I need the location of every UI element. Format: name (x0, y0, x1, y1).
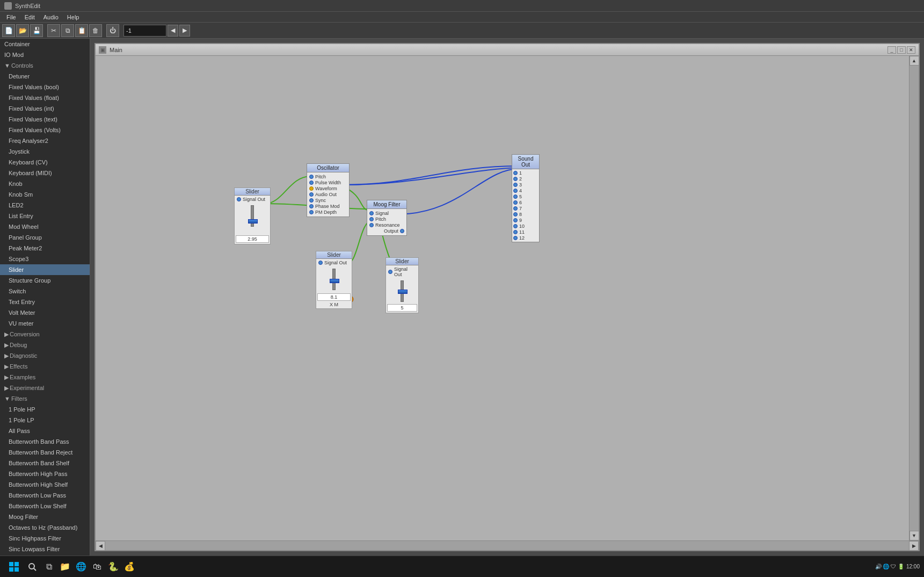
game-button[interactable]: 🐍 (105, 559, 121, 575)
store-button[interactable]: 🛍 (89, 559, 105, 575)
sidebar-item-effects[interactable]: ▶Effects (0, 361, 90, 372)
value-input[interactable] (123, 25, 166, 37)
sidebar-item-fixed-text[interactable]: Fixed Values (text) (0, 114, 90, 125)
sidebar-item-container[interactable]: Container (0, 39, 90, 49)
sidebar-item-peak-meter2[interactable]: Peak Meter2 (0, 243, 90, 254)
menu-audio[interactable]: Audio (39, 13, 63, 21)
sidebar-item-bw-band-reject[interactable]: Butterworth Band Reject (0, 447, 90, 458)
sidebar-item-fixed-bool[interactable]: Fixed Values (bool) (0, 82, 90, 92)
sidebar-item-fixed-float[interactable]: Fixed Values (float) (0, 92, 90, 103)
power-button[interactable]: ⏻ (106, 24, 119, 37)
hscroll-track[interactable] (105, 543, 909, 549)
explorer-button[interactable]: 📁 (57, 559, 73, 575)
paste-button[interactable]: 📋 (75, 24, 88, 37)
sidebar-item-volt-meter[interactable]: Volt Meter (0, 307, 90, 318)
slider2-thumb[interactable] (330, 279, 339, 283)
sidebar-item-slider[interactable]: Slider (0, 264, 90, 275)
inner-canvas[interactable]: Slider Signal Out 2.95 Oscillator (96, 56, 919, 540)
osc-audioout-row: Audio Out (309, 192, 347, 197)
so-dot-3 (513, 183, 518, 187)
edge-button[interactable]: 🌐 (73, 559, 89, 575)
sidebar-item-experimental[interactable]: ▶Experimental (0, 383, 90, 393)
prev-button[interactable]: ◀ (168, 25, 178, 37)
sidebar-item-diagnostic[interactable]: ▶Diagnostic (0, 350, 90, 361)
sidebar-item-debug[interactable]: ▶Debug (0, 340, 90, 350)
sidebar-item-keyboard-midi[interactable]: Keyboard (MIDI) (0, 168, 90, 178)
sidebar-item-bw-band-pass[interactable]: Butterworth Band Pass (0, 436, 90, 447)
sidebar: Container IO Mod ▼Controls Detuner Fixed… (0, 39, 90, 556)
restore-button[interactable]: □ (897, 46, 906, 54)
sound-out-body: 1 2 3 4 5 6 7 8 9 10 11 12 (512, 169, 539, 242)
sidebar-item-panel-group[interactable]: Panel Group (0, 232, 90, 243)
menu-edit[interactable]: Edit (20, 13, 39, 21)
slider3-track-area[interactable] (386, 278, 418, 304)
hscroll-left-button[interactable]: ◀ (96, 541, 105, 551)
sidebar-item-sinc-hp[interactable]: Sinc Highpass Filter (0, 533, 90, 544)
menu-file[interactable]: File (2, 13, 20, 21)
so-8: 8 (513, 212, 538, 217)
taskview-button[interactable]: ⧉ (41, 559, 57, 575)
sidebar-item-vu-meter[interactable]: VU meter (0, 318, 90, 329)
sidebar-item-filters[interactable]: ▼Filters (0, 393, 90, 404)
sidebar-item-mod-wheel[interactable]: Mod Wheel (0, 221, 90, 232)
sidebar-item-knob-sm[interactable]: Knob Sm (0, 189, 90, 200)
sidebar-item-fixed-volts[interactable]: Fixed Values (Volts) (0, 125, 90, 135)
new-button[interactable]: 📄 (2, 24, 15, 37)
search-button[interactable] (24, 558, 41, 575)
sidebar-item-text-entry[interactable]: Text Entry (0, 297, 90, 307)
sidebar-item-conversion[interactable]: ▶Conversion (0, 329, 90, 340)
so-dot-6 (513, 200, 518, 205)
sidebar-item-bw-high-shelf[interactable]: Butterworth High Shelf (0, 479, 90, 490)
slider3-port-row: Signal Out (386, 265, 418, 278)
sidebar-item-iomod[interactable]: IO Mod (0, 49, 90, 60)
sidebar-item-detuner[interactable]: Detuner (0, 71, 90, 82)
sidebar-item-joystick[interactable]: Joystick (0, 146, 90, 157)
sidebar-item-freq-analyser[interactable]: Freq Analyser2 (0, 135, 90, 146)
sidebar-item-octaves-hz[interactable]: Octaves to Hz (Passband) (0, 522, 90, 533)
sidebar-item-bw-low-pass[interactable]: Butterworth Low Pass (0, 490, 90, 501)
slider1-thumb[interactable] (248, 219, 258, 223)
sidebar-item-bw-band-shelf[interactable]: Butterworth Band Shelf (0, 458, 90, 468)
slider3-thumb[interactable] (398, 290, 408, 294)
delete-button[interactable]: 🗑 (89, 24, 102, 37)
sidebar-item-1pole-lp[interactable]: 1 Pole LP (0, 415, 90, 425)
next-button[interactable]: ▶ (179, 25, 190, 37)
sidebar-item-examples[interactable]: ▶Examples (0, 372, 90, 383)
sidebar-item-switch[interactable]: Switch (0, 286, 90, 297)
menu-help[interactable]: Help (63, 13, 84, 21)
moog-resonance-label: Resonance (375, 222, 400, 228)
hscroll-right-button[interactable]: ▶ (909, 541, 919, 551)
sidebar-item-led2[interactable]: LED2 (0, 200, 90, 211)
cut-button[interactable]: ✂ (47, 24, 60, 37)
sidebar-item-1pole-hp[interactable]: 1 Pole HP (0, 404, 90, 415)
sidebar-item-moog-filter[interactable]: Moog Filter (0, 511, 90, 522)
sidebar-item-bw-high-pass[interactable]: Butterworth High Pass (0, 468, 90, 479)
close-button[interactable]: ✕ (907, 46, 915, 54)
slider3-port-label: Signal Out (394, 266, 416, 277)
minimize-button[interactable]: _ (887, 46, 896, 54)
open-button[interactable]: 📂 (16, 24, 29, 37)
sidebar-item-scope3[interactable]: Scope3 (0, 254, 90, 264)
sidebar-item-list-entry[interactable]: List Entry (0, 211, 90, 221)
so-9: 9 (513, 218, 538, 223)
vscroll-down-button[interactable]: ▼ (910, 531, 919, 540)
so-label-7: 7 (519, 206, 522, 211)
slider1-track-area[interactable] (235, 203, 270, 235)
sidebar-item-all-pass[interactable]: All Pass (0, 425, 90, 436)
sidebar-item-controls[interactable]: ▼Controls (0, 60, 90, 71)
sidebar-item-bw-low-shelf[interactable]: Butterworth Low Shelf (0, 501, 90, 511)
osc-pitch-dot (309, 175, 314, 179)
sidebar-item-knob[interactable]: Knob (0, 178, 90, 189)
titlebar: SynthEdit (0, 0, 924, 12)
sidebar-item-keyboard-cv[interactable]: Keyboard (CV) (0, 157, 90, 168)
slider2-track-area[interactable] (316, 266, 352, 293)
sidebar-item-structure-group[interactable]: Structure Group (0, 275, 90, 286)
dollar-button[interactable]: 💰 (121, 559, 137, 575)
start-button[interactable] (4, 559, 24, 575)
vscroll-up-button[interactable]: ▲ (910, 56, 919, 66)
copy-button[interactable]: ⧉ (61, 24, 74, 37)
osc-audioout-dot (309, 192, 314, 197)
save-button[interactable]: 💾 (30, 24, 43, 37)
sidebar-item-sinc-lp[interactable]: Sinc Lowpass Filter (0, 544, 90, 554)
sidebar-item-fixed-int[interactable]: Fixed Values (int) (0, 103, 90, 114)
